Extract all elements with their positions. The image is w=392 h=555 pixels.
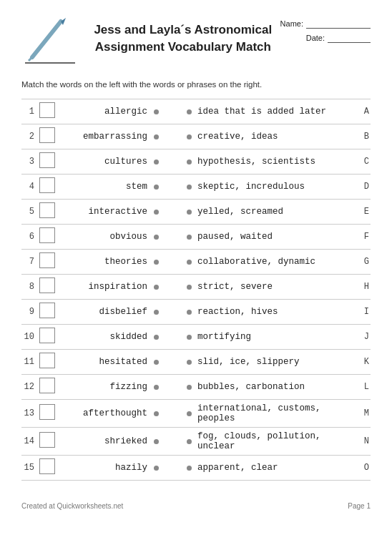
answer-box-cell[interactable] [37, 275, 57, 300]
right-phrase: bubbles, carbonation [195, 375, 358, 400]
left-word: stem [57, 175, 150, 200]
right-dot [183, 124, 195, 149]
answer-box-cell[interactable] [37, 300, 57, 325]
table-row: 6 obvious paused, waited F [21, 225, 371, 250]
answer-box[interactable] [39, 177, 55, 193]
footer: Created at Quickworksheets.net Page 1 [21, 502, 371, 510]
right-phrase: hypothesis, scientists [195, 149, 358, 175]
answer-box-cell[interactable] [37, 175, 57, 200]
table-row: 5 interactive yelled, screamed E [21, 200, 371, 225]
date-field[interactable] [328, 33, 371, 43]
answer-box[interactable] [39, 353, 55, 368]
left-dot [150, 275, 162, 300]
answer-box-cell[interactable] [37, 350, 57, 375]
left-word: afterthought [57, 400, 150, 428]
answer-box-cell[interactable] [37, 200, 57, 225]
right-letter: J [358, 325, 371, 350]
table-row: 1 allergic idea that is added later A [21, 99, 371, 124]
left-dot [150, 250, 162, 275]
right-letter: C [358, 149, 371, 175]
right-phrase: idea that is added later [195, 99, 358, 124]
logo-area [21, 14, 86, 67]
footer-created: Created at Quickworksheets.net [21, 502, 123, 510]
answer-box[interactable] [39, 252, 55, 268]
answer-box[interactable] [39, 378, 55, 393]
row-number: 1 [21, 99, 37, 124]
logo-icon [21, 14, 79, 64]
row-number: 4 [21, 175, 37, 200]
left-word: inspiration [57, 275, 150, 300]
answer-box-cell[interactable] [37, 99, 57, 124]
left-dot [150, 149, 162, 175]
right-letter: D [358, 175, 371, 200]
row-number: 14 [21, 428, 37, 456]
table-row: 14 shrieked fog, clouds, pollution, uncl… [21, 428, 371, 456]
right-phrase: reaction, hives [195, 300, 358, 325]
right-phrase: apparent, clear [195, 456, 358, 481]
table-row: 7 theories collaborative, dynamic G [21, 250, 371, 275]
right-letter: M [358, 400, 371, 428]
row-number: 9 [21, 300, 37, 325]
right-phrase: yelled, screamed [195, 200, 358, 225]
table-row: 11 hesitated slid, ice, slippery K [21, 350, 371, 375]
answer-box-cell[interactable] [37, 456, 57, 481]
answer-box[interactable] [39, 127, 55, 143]
right-phrase: strict, severe [195, 275, 358, 300]
row-number: 5 [21, 200, 37, 225]
left-word: interactive [57, 200, 150, 225]
row-number: 3 [21, 149, 37, 175]
answer-box[interactable] [39, 102, 55, 118]
answer-box[interactable] [39, 432, 55, 448]
right-letter: N [358, 428, 371, 456]
right-dot [183, 99, 195, 124]
left-word: theories [57, 250, 150, 275]
table-row: 8 inspiration strict, severe H [21, 275, 371, 300]
right-dot [183, 456, 195, 481]
answer-box[interactable] [39, 458, 55, 474]
table-row: 3 cultures hypothesis, scientists C [21, 149, 371, 175]
answer-box-cell[interactable] [37, 400, 57, 428]
answer-box-cell[interactable] [37, 225, 57, 250]
left-dot [150, 99, 162, 124]
right-phrase: skeptic, incredulous [195, 175, 358, 200]
left-word: embarrassing [57, 124, 150, 149]
table-row: 13 afterthought international, customs, … [21, 400, 371, 428]
answer-box-cell[interactable] [37, 375, 57, 400]
table-row: 9 disbelief reaction, hives I [21, 300, 371, 325]
answer-box[interactable] [39, 202, 55, 218]
left-word: fizzing [57, 375, 150, 400]
vocab-table: 1 allergic idea that is added later A 2 … [21, 99, 371, 481]
row-number: 15 [21, 456, 37, 481]
answer-box[interactable] [39, 278, 55, 293]
row-number: 11 [21, 350, 37, 375]
right-letter: A [358, 99, 371, 124]
right-dot [183, 149, 195, 175]
answer-box-cell[interactable] [37, 149, 57, 175]
title-area: Jess and Layla´s Astronomical Assignment… [86, 14, 280, 56]
left-word: cultures [57, 149, 150, 175]
answer-box[interactable] [39, 404, 55, 420]
answer-box-cell[interactable] [37, 250, 57, 275]
answer-box[interactable] [39, 152, 55, 168]
right-dot [183, 250, 195, 275]
answer-box-cell[interactable] [37, 124, 57, 149]
answer-box[interactable] [39, 328, 55, 343]
svg-marker-1 [61, 18, 66, 25]
right-phrase: fog, clouds, pollution, unclear [195, 428, 358, 456]
table-row: 10 skidded mortifying J [21, 325, 371, 350]
answer-box-cell[interactable] [37, 325, 57, 350]
date-line: Date: [306, 33, 371, 43]
row-number: 2 [21, 124, 37, 149]
right-dot [183, 375, 195, 400]
row-number: 10 [21, 325, 37, 350]
answer-box-cell[interactable] [37, 428, 57, 456]
right-dot [183, 400, 195, 428]
right-dot [183, 428, 195, 456]
svg-line-0 [32, 21, 61, 57]
answer-box[interactable] [39, 303, 55, 318]
name-field[interactable] [306, 19, 371, 29]
left-dot [150, 350, 162, 375]
answer-box[interactable] [39, 227, 55, 243]
left-dot [150, 456, 162, 481]
name-date-area: Name: Date: [280, 14, 371, 47]
